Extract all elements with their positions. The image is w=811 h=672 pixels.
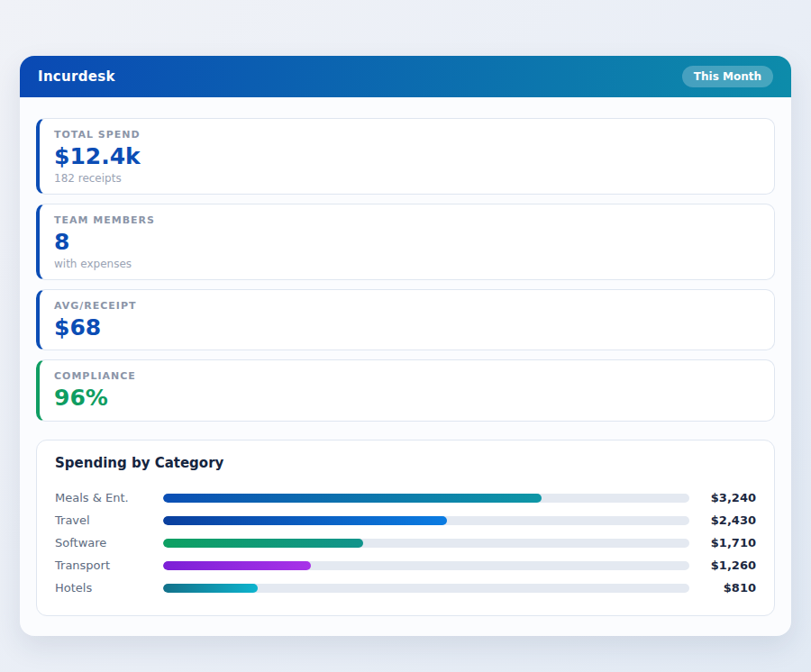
- category-rows: Meals & Ent.$3,240Travel$2,430Software$1…: [55, 486, 756, 599]
- stat-card-team-members: TEAM MEMBERS 8 with expenses: [36, 204, 775, 280]
- category-label: Hotels: [55, 581, 163, 595]
- bar-track: [163, 584, 689, 593]
- stat-sublabel: with expenses: [54, 258, 760, 270]
- category-label: Meals & Ent.: [55, 491, 163, 504]
- category-row: Software$1,710: [55, 531, 756, 554]
- stat-label: AVG/RECEIPT: [54, 300, 760, 312]
- stat-label: COMPLIANCE: [54, 370, 760, 382]
- dashboard-content: TOTAL SPEND $12.4k 182 receipts TEAM MEM…: [20, 97, 791, 636]
- bar-track: [163, 561, 689, 570]
- period-badge[interactable]: This Month: [682, 66, 773, 87]
- category-row: Transport$1,260: [55, 554, 756, 577]
- category-row: Meals & Ent.$3,240: [55, 486, 756, 509]
- stat-card-avg-receipt: AVG/RECEIPT $68: [36, 289, 775, 351]
- bar-fill: [163, 584, 258, 593]
- stat-value: $68: [54, 315, 760, 341]
- stat-value: $12.4k: [54, 144, 760, 170]
- bar-track: [163, 494, 689, 503]
- category-value: $2,430: [689, 513, 756, 527]
- stat-card-total-spend: TOTAL SPEND $12.4k 182 receipts: [36, 118, 775, 195]
- bar-fill: [163, 494, 542, 503]
- spending-by-category-card: Spending by Category Meals & Ent.$3,240T…: [36, 440, 775, 616]
- stat-sublabel: 182 receipts: [54, 172, 760, 185]
- stat-card-compliance: COMPLIANCE 96%: [36, 359, 775, 422]
- category-label: Travel: [55, 513, 163, 527]
- stat-value: 96%: [54, 386, 760, 412]
- category-value: $810: [689, 581, 756, 595]
- stat-label: TOTAL SPEND: [54, 129, 760, 141]
- bar-track: [163, 516, 689, 525]
- category-value: $1,260: [689, 558, 756, 572]
- stat-value: 8: [54, 230, 760, 256]
- category-value: $1,710: [689, 536, 756, 549]
- category-value: $3,240: [689, 491, 756, 504]
- stat-label: TEAM MEMBERS: [54, 214, 760, 226]
- bar-track: [163, 539, 689, 548]
- bar-fill: [163, 561, 311, 570]
- bar-fill: [163, 539, 363, 548]
- bar-fill: [163, 516, 447, 525]
- category-row: Travel$2,430: [55, 509, 756, 531]
- dashboard-panel: Incurdesk This Month TOTAL SPEND $12.4k …: [20, 56, 791, 636]
- category-label: Transport: [55, 558, 163, 572]
- category-section-title: Spending by Category: [55, 455, 756, 471]
- category-row: Hotels$810: [55, 577, 756, 599]
- app-header: Incurdesk This Month: [20, 56, 791, 97]
- app-title: Incurdesk: [38, 68, 115, 85]
- category-label: Software: [55, 536, 163, 549]
